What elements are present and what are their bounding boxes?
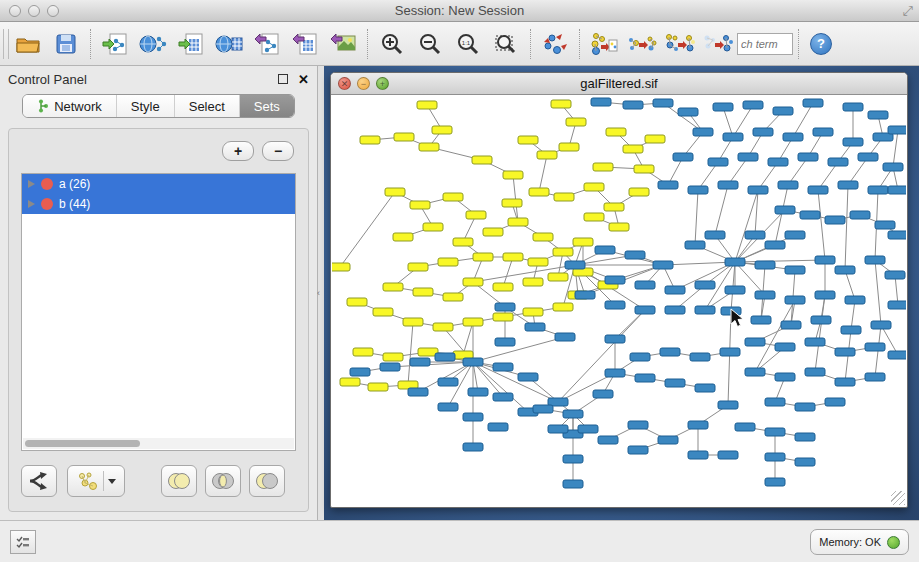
graph-node-blue[interactable] <box>745 231 765 239</box>
import-table-file-button[interactable] <box>172 26 210 62</box>
graph-node-blue[interactable] <box>518 373 538 381</box>
graph-node-yellow[interactable] <box>383 283 403 291</box>
graph-node-blue[interactable] <box>775 373 795 381</box>
graph-node-yellow[interactable] <box>508 218 528 226</box>
graph-node-blue[interactable] <box>888 126 906 134</box>
graph-node-yellow[interactable] <box>463 318 483 326</box>
scrollbar-thumb[interactable] <box>25 440 140 447</box>
first-neighbors-file-button[interactable] <box>585 26 623 62</box>
graph-node-yellow[interactable] <box>584 213 604 221</box>
graph-node-blue[interactable] <box>593 390 613 398</box>
graph-node-blue[interactable] <box>800 211 820 219</box>
graph-node-yellow[interactable] <box>606 128 626 136</box>
graph-node-yellow[interactable] <box>551 100 571 108</box>
graph-node-blue[interactable] <box>828 158 848 166</box>
graph-node-blue[interactable] <box>765 453 785 461</box>
graph-node-blue[interactable] <box>718 181 738 189</box>
graph-node-blue[interactable] <box>885 271 905 279</box>
graph-node-blue[interactable] <box>783 133 803 141</box>
graph-node-blue[interactable] <box>805 368 825 376</box>
graph-node-yellow[interactable] <box>548 273 568 281</box>
graph-node-blue[interactable] <box>688 421 708 429</box>
tab-network[interactable]: Network <box>23 95 116 117</box>
graph-node-yellow[interactable] <box>634 165 654 173</box>
graph-node-blue[interactable] <box>628 446 648 454</box>
graph-node-blue[interactable] <box>858 153 878 161</box>
graph-node-blue[interactable] <box>745 368 765 376</box>
graph-node-blue[interactable] <box>658 181 678 189</box>
graph-node-blue[interactable] <box>765 398 785 406</box>
graph-node-yellow[interactable] <box>340 378 360 386</box>
resize-grip[interactable] <box>891 491 905 505</box>
graph-node-yellow[interactable] <box>368 383 388 391</box>
graph-node-yellow[interactable] <box>432 126 452 134</box>
close-network-button[interactable]: ✕ <box>338 77 351 90</box>
graph-node-blue[interactable] <box>690 353 710 361</box>
graph-node-blue[interactable] <box>865 256 885 264</box>
graph-node-blue[interactable] <box>883 163 903 171</box>
graph-node-blue[interactable] <box>775 343 795 351</box>
minimize-network-button[interactable]: − <box>357 77 370 90</box>
graph-node-blue[interactable] <box>695 306 715 314</box>
maximize-network-button[interactable]: + <box>376 77 389 90</box>
graph-node-blue[interactable] <box>658 436 678 444</box>
graph-node-blue[interactable] <box>785 231 805 239</box>
graph-node-blue[interactable] <box>888 301 906 309</box>
apply-layout-button[interactable] <box>536 26 574 62</box>
graph-node-blue[interactable] <box>808 186 828 194</box>
graph-node-yellow[interactable] <box>629 188 649 196</box>
graph-node-blue[interactable] <box>495 303 515 311</box>
collapse-handle-icon[interactable]: ‹ <box>317 288 320 298</box>
graph-node-yellow[interactable] <box>523 308 543 316</box>
export-network-button[interactable] <box>248 26 286 62</box>
graph-node-yellow[interactable] <box>443 293 463 301</box>
graph-node-blue[interactable] <box>435 353 455 361</box>
graph-node-yellow[interactable] <box>623 145 643 153</box>
graph-node-yellow[interactable] <box>419 143 439 151</box>
graph-node-blue[interactable] <box>563 455 583 463</box>
graph-node-yellow[interactable] <box>537 151 557 159</box>
list-item-set-b[interactable]: b (44) <box>22 194 295 214</box>
graph-node-blue[interactable] <box>785 266 805 274</box>
graph-node-blue[interactable] <box>695 384 715 392</box>
graph-node-yellow[interactable] <box>443 193 463 201</box>
select-from-selected-button[interactable] <box>623 26 661 62</box>
graph-node-yellow[interactable] <box>383 353 403 361</box>
graph-node-blue[interactable] <box>773 107 793 115</box>
graph-node-blue[interactable] <box>745 338 765 346</box>
graph-node-blue[interactable] <box>841 326 861 334</box>
graph-node-yellow[interactable] <box>566 118 586 126</box>
graph-node-yellow[interactable] <box>493 283 513 291</box>
graph-node-blue[interactable] <box>635 374 655 382</box>
graph-node-blue[interactable] <box>468 388 488 396</box>
graph-node-yellow[interactable] <box>373 308 393 316</box>
graph-node-blue[interactable] <box>738 153 758 161</box>
graph-node-yellow[interactable] <box>554 193 574 201</box>
graph-node-blue[interactable] <box>871 321 891 329</box>
add-set-button[interactable]: + <box>222 141 254 161</box>
graph-node-yellow[interactable] <box>593 163 613 171</box>
search-input[interactable] <box>737 33 793 55</box>
fullscreen-icon[interactable]: ⤢ <box>903 3 913 19</box>
graph-node-yellow[interactable] <box>453 238 473 246</box>
graph-node-blue[interactable] <box>628 421 648 429</box>
zoom-actual-button[interactable]: 1:1 <box>449 26 487 62</box>
graph-node-blue[interactable] <box>795 458 815 466</box>
graph-node-yellow[interactable] <box>559 143 579 151</box>
graph-node-yellow[interactable] <box>438 258 458 266</box>
graph-node-blue[interactable] <box>350 368 370 376</box>
graph-node-blue[interactable] <box>888 231 906 239</box>
horizontal-scrollbar[interactable] <box>23 438 294 449</box>
graph-node-yellow[interactable] <box>609 223 629 231</box>
graph-node-blue[interactable] <box>555 333 575 341</box>
graph-node-blue[interactable] <box>835 348 855 356</box>
graph-node-yellow[interactable] <box>645 135 665 143</box>
graph-node-blue[interactable] <box>595 246 615 254</box>
graph-node-blue[interactable] <box>693 128 713 136</box>
graph-node-blue[interactable] <box>463 413 483 421</box>
graph-node-blue[interactable] <box>605 276 625 284</box>
import-table-web-button[interactable] <box>210 26 248 62</box>
task-monitor-button[interactable] <box>10 530 36 554</box>
graph-node-blue[interactable] <box>605 335 625 343</box>
graph-node-blue[interactable] <box>685 241 705 249</box>
